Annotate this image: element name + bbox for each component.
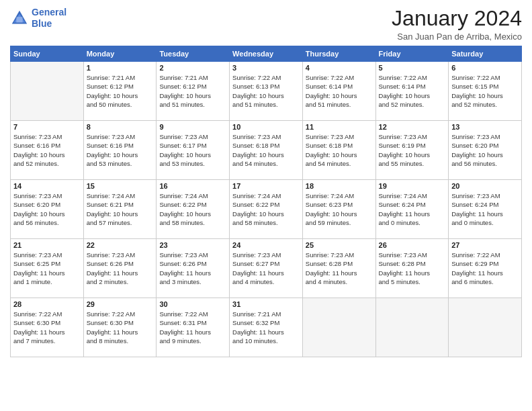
day-number: 19 bbox=[379, 182, 446, 190]
day-number: 9 bbox=[159, 123, 226, 131]
day-number: 18 bbox=[306, 182, 373, 190]
calendar-cell: 2Sunrise: 7:21 AM Sunset: 6:12 PM Daylig… bbox=[157, 62, 230, 121]
calendar-cell: 17Sunrise: 7:24 AM Sunset: 6:22 PM Dayli… bbox=[230, 180, 303, 239]
weekday-row: SundayMondayTuesdayWednesdayThursdayFrid… bbox=[11, 46, 522, 62]
calendar-cell bbox=[375, 298, 449, 357]
calendar-cell: 23Sunrise: 7:23 AM Sunset: 6:26 PM Dayli… bbox=[157, 239, 230, 298]
day-info: Sunrise: 7:24 AM Sunset: 6:22 PM Dayligh… bbox=[159, 191, 226, 227]
day-number: 14 bbox=[13, 182, 81, 190]
day-number: 12 bbox=[379, 123, 446, 131]
calendar-cell bbox=[11, 62, 84, 121]
weekday-header: Monday bbox=[83, 46, 157, 62]
calendar-cell: 13Sunrise: 7:23 AM Sunset: 6:20 PM Dayli… bbox=[449, 121, 522, 180]
day-info: Sunrise: 7:23 AM Sunset: 6:24 PM Dayligh… bbox=[451, 191, 519, 227]
calendar-cell: 28Sunrise: 7:22 AM Sunset: 6:30 PM Dayli… bbox=[11, 298, 84, 357]
calendar-cell: 10Sunrise: 7:23 AM Sunset: 6:18 PM Dayli… bbox=[230, 121, 303, 180]
day-info: Sunrise: 7:23 AM Sunset: 6:25 PM Dayligh… bbox=[13, 250, 81, 286]
day-number: 3 bbox=[232, 64, 300, 72]
day-number: 11 bbox=[306, 123, 373, 131]
calendar-cell: 1Sunrise: 7:21 AM Sunset: 6:12 PM Daylig… bbox=[83, 62, 157, 121]
day-info: Sunrise: 7:24 AM Sunset: 6:24 PM Dayligh… bbox=[379, 191, 446, 227]
calendar-header: SundayMondayTuesdayWednesdayThursdayFrid… bbox=[11, 46, 522, 62]
calendar-cell: 24Sunrise: 7:23 AM Sunset: 6:27 PM Dayli… bbox=[230, 239, 303, 298]
calendar-cell: 20Sunrise: 7:23 AM Sunset: 6:24 PM Dayli… bbox=[449, 180, 522, 239]
weekday-header: Sunday bbox=[11, 46, 84, 62]
day-number: 10 bbox=[232, 123, 300, 131]
day-info: Sunrise: 7:22 AM Sunset: 6:14 PM Dayligh… bbox=[306, 73, 373, 109]
logo-icon bbox=[10, 9, 29, 28]
day-info: Sunrise: 7:23 AM Sunset: 6:18 PM Dayligh… bbox=[306, 132, 373, 168]
day-number: 4 bbox=[306, 64, 373, 72]
calendar-cell: 21Sunrise: 7:23 AM Sunset: 6:25 PM Dayli… bbox=[11, 239, 84, 298]
day-info: Sunrise: 7:21 AM Sunset: 6:12 PM Dayligh… bbox=[87, 73, 154, 109]
calendar-cell: 7Sunrise: 7:23 AM Sunset: 6:16 PM Daylig… bbox=[11, 121, 84, 180]
calendar-cell: 3Sunrise: 7:22 AM Sunset: 6:13 PM Daylig… bbox=[230, 62, 303, 121]
calendar-cell bbox=[449, 298, 522, 357]
day-info: Sunrise: 7:22 AM Sunset: 6:14 PM Dayligh… bbox=[379, 73, 446, 109]
day-info: Sunrise: 7:23 AM Sunset: 6:20 PM Dayligh… bbox=[451, 132, 519, 168]
day-number: 25 bbox=[306, 241, 373, 249]
day-info: Sunrise: 7:22 AM Sunset: 6:31 PM Dayligh… bbox=[159, 310, 226, 345]
weekday-header: Thursday bbox=[302, 46, 375, 62]
calendar-cell: 11Sunrise: 7:23 AM Sunset: 6:18 PM Dayli… bbox=[302, 121, 375, 180]
calendar-cell: 29Sunrise: 7:22 AM Sunset: 6:30 PM Dayli… bbox=[83, 298, 157, 357]
calendar-body: 1Sunrise: 7:21 AM Sunset: 6:12 PM Daylig… bbox=[11, 62, 522, 357]
calendar-cell: 19Sunrise: 7:24 AM Sunset: 6:24 PM Dayli… bbox=[375, 180, 449, 239]
calendar-cell: 12Sunrise: 7:23 AM Sunset: 6:19 PM Dayli… bbox=[375, 121, 449, 180]
day-info: Sunrise: 7:23 AM Sunset: 6:26 PM Dayligh… bbox=[159, 250, 226, 286]
calendar-cell: 22Sunrise: 7:23 AM Sunset: 6:26 PM Dayli… bbox=[83, 239, 157, 298]
calendar-cell: 6Sunrise: 7:22 AM Sunset: 6:15 PM Daylig… bbox=[449, 62, 522, 121]
day-number: 31 bbox=[232, 300, 300, 308]
calendar-cell: 15Sunrise: 7:24 AM Sunset: 6:21 PM Dayli… bbox=[83, 180, 157, 239]
calendar-week-row: 1Sunrise: 7:21 AM Sunset: 6:12 PM Daylig… bbox=[11, 62, 522, 121]
calendar-cell bbox=[302, 298, 375, 357]
day-info: Sunrise: 7:23 AM Sunset: 6:20 PM Dayligh… bbox=[13, 191, 81, 227]
calendar-cell: 14Sunrise: 7:23 AM Sunset: 6:20 PM Dayli… bbox=[11, 180, 84, 239]
calendar: SundayMondayTuesdayWednesdayThursdayFrid… bbox=[10, 46, 522, 357]
day-number: 1 bbox=[87, 64, 154, 72]
day-number: 26 bbox=[379, 241, 446, 249]
calendar-cell: 27Sunrise: 7:22 AM Sunset: 6:29 PM Dayli… bbox=[449, 239, 522, 298]
day-number: 5 bbox=[379, 64, 446, 72]
day-number: 2 bbox=[159, 64, 226, 72]
day-number: 27 bbox=[451, 241, 519, 249]
location: San Juan Pan de Arriba, Mexico bbox=[392, 32, 522, 42]
day-info: Sunrise: 7:24 AM Sunset: 6:22 PM Dayligh… bbox=[232, 191, 300, 227]
calendar-cell: 8Sunrise: 7:23 AM Sunset: 6:16 PM Daylig… bbox=[83, 121, 157, 180]
month-title: January 2024 bbox=[392, 7, 522, 30]
day-info: Sunrise: 7:23 AM Sunset: 6:28 PM Dayligh… bbox=[306, 250, 373, 286]
logo: General Blue bbox=[10, 7, 66, 30]
day-info: Sunrise: 7:22 AM Sunset: 6:30 PM Dayligh… bbox=[13, 310, 81, 345]
day-number: 23 bbox=[159, 241, 226, 249]
day-info: Sunrise: 7:22 AM Sunset: 6:29 PM Dayligh… bbox=[451, 250, 519, 286]
calendar-week-row: 14Sunrise: 7:23 AM Sunset: 6:20 PM Dayli… bbox=[11, 180, 522, 239]
calendar-cell: 25Sunrise: 7:23 AM Sunset: 6:28 PM Dayli… bbox=[302, 239, 375, 298]
calendar-cell: 9Sunrise: 7:23 AM Sunset: 6:17 PM Daylig… bbox=[157, 121, 230, 180]
svg-rect-2 bbox=[16, 17, 22, 22]
calendar-cell: 4Sunrise: 7:22 AM Sunset: 6:14 PM Daylig… bbox=[302, 62, 375, 121]
calendar-cell: 31Sunrise: 7:21 AM Sunset: 6:32 PM Dayli… bbox=[230, 298, 303, 357]
calendar-cell: 30Sunrise: 7:22 AM Sunset: 6:31 PM Dayli… bbox=[157, 298, 230, 357]
header: General Blue January 2024 San Juan Pan d… bbox=[10, 7, 522, 42]
day-number: 6 bbox=[451, 64, 519, 72]
day-number: 21 bbox=[13, 241, 81, 249]
day-number: 24 bbox=[232, 241, 300, 249]
day-number: 30 bbox=[159, 300, 226, 308]
day-info: Sunrise: 7:24 AM Sunset: 6:23 PM Dayligh… bbox=[306, 191, 373, 227]
day-info: Sunrise: 7:23 AM Sunset: 6:16 PM Dayligh… bbox=[13, 132, 81, 168]
day-number: 28 bbox=[13, 300, 81, 308]
weekday-header: Tuesday bbox=[157, 46, 230, 62]
day-info: Sunrise: 7:22 AM Sunset: 6:30 PM Dayligh… bbox=[87, 310, 154, 345]
day-info: Sunrise: 7:23 AM Sunset: 6:17 PM Dayligh… bbox=[159, 132, 226, 168]
calendar-week-row: 28Sunrise: 7:22 AM Sunset: 6:30 PM Dayli… bbox=[11, 298, 522, 357]
day-number: 7 bbox=[13, 123, 81, 131]
day-number: 22 bbox=[87, 241, 154, 249]
day-info: Sunrise: 7:23 AM Sunset: 6:19 PM Dayligh… bbox=[379, 132, 446, 168]
day-info: Sunrise: 7:23 AM Sunset: 6:18 PM Dayligh… bbox=[232, 132, 300, 168]
title-block: January 2024 San Juan Pan de Arriba, Mex… bbox=[392, 7, 522, 42]
day-info: Sunrise: 7:21 AM Sunset: 6:12 PM Dayligh… bbox=[159, 73, 226, 109]
calendar-cell: 18Sunrise: 7:24 AM Sunset: 6:23 PM Dayli… bbox=[302, 180, 375, 239]
day-number: 15 bbox=[87, 182, 154, 190]
day-number: 13 bbox=[451, 123, 519, 131]
day-number: 17 bbox=[232, 182, 300, 190]
